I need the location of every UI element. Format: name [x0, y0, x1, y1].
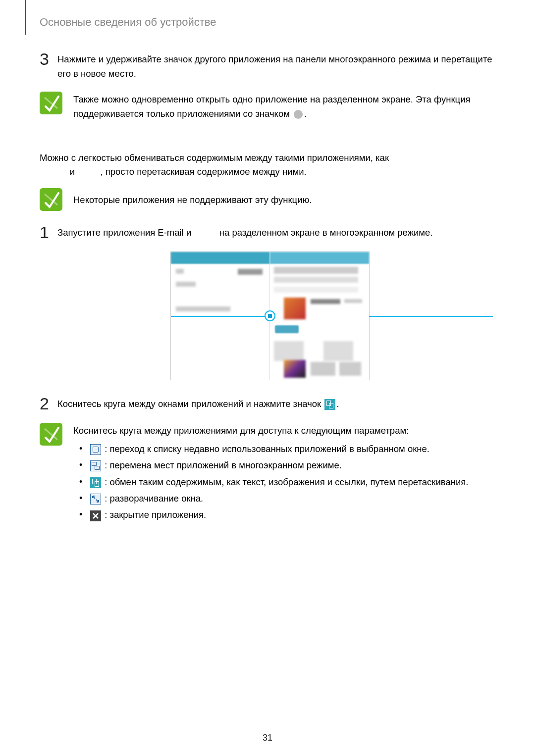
step-2: 2 Коснитесь круга между окнами приложени…: [40, 397, 500, 412]
list-item-text: : разворачивание окна.: [102, 493, 203, 504]
list-item: : перемена мест приложений в многоэкранн…: [73, 457, 500, 473]
intro-conj: и: [67, 166, 78, 177]
share-content-icon: [324, 399, 335, 410]
note-text-part: Также можно одновременно открыть одно пр…: [73, 94, 471, 119]
step-1: 1 Запустите приложения E-mail и xxxxx на…: [40, 226, 500, 241]
page-number: 31: [0, 733, 535, 743]
note-text-part: .: [304, 108, 307, 119]
note-block-2: Некоторые приложения не поддерживают эту…: [40, 188, 500, 211]
multiwindow-circle-icon: [265, 310, 275, 321]
list-item: : закрытие приложения.: [73, 507, 500, 522]
step-text-part: Запустите приложения E-mail и: [57, 227, 194, 238]
step-text-part: на разделенном экране в многоэкранном ре…: [217, 227, 433, 238]
swap-windows-icon: [90, 460, 101, 471]
list-item: : обмен таким содержимым, как текст, изо…: [73, 474, 500, 490]
note-text: Также можно одновременно открыть одно пр…: [73, 92, 500, 121]
list-item-text: : переход к списку недавно использованны…: [102, 444, 429, 454]
intro-paragraph: Можно с легкостью обмениваться содержимы…: [40, 151, 500, 179]
step-text-part: Коснитесь круга между окнами приложений …: [57, 399, 323, 409]
step-text: Запустите приложения E-mail и xxxxx на р…: [57, 226, 500, 240]
recent-apps-icon: [90, 444, 101, 455]
step-number: 2: [40, 395, 57, 412]
intro-line: Можно с легкостью обмениваться содержимы…: [40, 152, 389, 163]
options-list: : переход к списку недавно использованны…: [73, 441, 500, 523]
note-text: Коснитесь круга между приложениями для д…: [73, 423, 500, 524]
multiwindow-illustration: [170, 252, 370, 380]
share-content-icon: [90, 477, 101, 488]
note-icon: [40, 92, 62, 114]
intro-after: , просто перетаскивая содержимое между н…: [100, 166, 306, 177]
list-item-text: : перемена мест приложений в многоэкранн…: [102, 460, 342, 470]
note-icon: [40, 188, 62, 211]
maximize-icon: [90, 494, 101, 504]
step-text: Нажмите и удерживайте значок другого при…: [57, 52, 500, 81]
page-section-title: Основные сведения об устройстве: [40, 16, 500, 29]
list-item: : разворачивание окна.: [73, 491, 500, 506]
list-item-text: : закрытие приложения.: [102, 509, 206, 520]
close-icon: [90, 510, 101, 521]
step-text: Коснитесь круга между окнами приложений …: [57, 397, 500, 411]
note-text: Некоторые приложения не поддерживают эту…: [73, 188, 500, 207]
list-item: : переход к списку недавно использованны…: [73, 441, 500, 456]
note-intro: Коснитесь круга между приложениями для д…: [73, 425, 409, 436]
note-block-1: Также можно одновременно открыть одно пр…: [40, 92, 500, 121]
step-3: 3 Нажмите и удерживайте значок другого п…: [40, 52, 500, 81]
step-number: 3: [40, 50, 57, 67]
step-number: 1: [40, 224, 57, 241]
step-text-part: .: [336, 399, 339, 409]
note-block-3: Коснитесь круга между приложениями для д…: [40, 423, 500, 524]
list-item-text: : обмен таким содержимым, как текст, изо…: [102, 477, 468, 487]
split-app-badge-icon: [294, 110, 303, 119]
note-icon: [40, 423, 62, 446]
